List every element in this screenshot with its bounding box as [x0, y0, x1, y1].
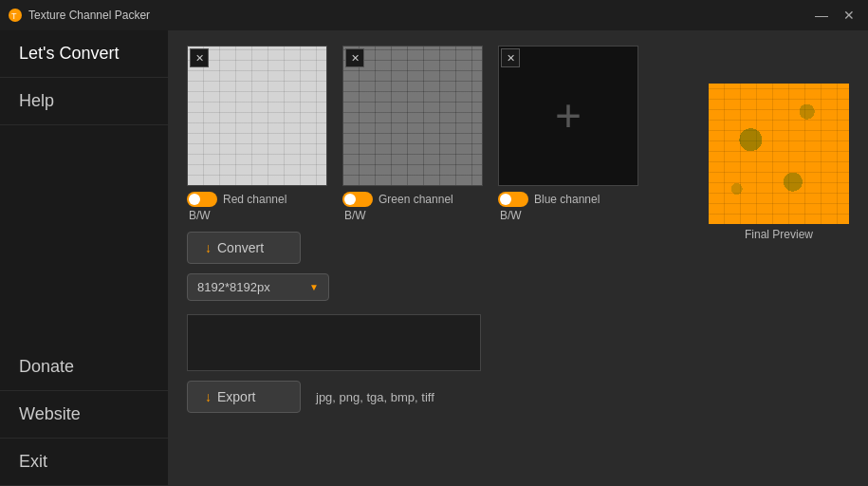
- size-dropdown[interactable]: 8192*8192px ▼: [187, 273, 329, 301]
- green-channel-close-button[interactable]: ✕: [345, 48, 364, 67]
- size-value: 8192*8192px: [197, 280, 270, 294]
- blue-channel-row: Blue channel: [498, 192, 600, 207]
- app-title: Texture Channel Packer: [28, 9, 150, 22]
- sidebar-item-help[interactable]: Help: [0, 78, 168, 125]
- progress-area: [187, 314, 481, 371]
- blue-channel-panel: ✕ + Blue channel B/W: [498, 46, 638, 222]
- green-channel-toggle-knob: [344, 194, 356, 205]
- export-arrow-icon: ↓: [205, 389, 212, 404]
- red-channel-texture-box[interactable]: ✕: [187, 46, 327, 186]
- export-section: ↓ Export jpg, png, tga, bmp, tiff: [187, 381, 849, 413]
- orange-texture: [709, 84, 849, 224]
- blue-channel-bw-label: B/W: [498, 209, 522, 222]
- minimize-button[interactable]: —: [809, 6, 834, 25]
- red-channel-label: Red channel: [223, 193, 286, 206]
- title-bar-left: T Texture Channel Packer: [8, 8, 150, 23]
- green-channel-bw-label: B/W: [342, 209, 366, 222]
- close-button[interactable]: ✕: [838, 6, 860, 25]
- size-chevron-icon: ▼: [309, 282, 319, 292]
- app-icon: T: [8, 8, 23, 23]
- blue-channel-close-button[interactable]: ✕: [501, 48, 520, 67]
- green-channel-toggle[interactable]: [342, 192, 373, 207]
- red-channel-close-button[interactable]: ✕: [190, 48, 209, 67]
- green-channel-label: Green channel: [379, 193, 453, 206]
- red-channel-bw-label: B/W: [187, 209, 211, 222]
- convert-button-label: Convert: [217, 240, 264, 255]
- export-button-label: Export: [217, 389, 255, 404]
- blue-channel-label: Blue channel: [534, 193, 600, 206]
- svg-text:T: T: [11, 11, 17, 21]
- final-preview-image: [709, 84, 849, 224]
- title-bar: T Texture Channel Packer — ✕: [0, 0, 868, 30]
- final-preview-label: Final Preview: [709, 228, 849, 241]
- sidebar: Let's Convert Help Donate Website Exit: [0, 30, 168, 486]
- green-channel-texture-box[interactable]: ✕: [342, 46, 483, 186]
- red-channel-row: Red channel: [187, 192, 286, 207]
- final-preview-box: Final Preview: [709, 84, 849, 224]
- red-channel-toggle[interactable]: [187, 192, 217, 207]
- sidebar-item-exit[interactable]: Exit: [0, 439, 168, 486]
- title-bar-controls: — ✕: [809, 6, 860, 25]
- green-channel-row: Green channel: [342, 192, 453, 207]
- red-channel-toggle-knob: [189, 194, 200, 205]
- convert-section: ↓ Convert 8192*8192px ▼: [187, 232, 849, 371]
- blue-channel-toggle[interactable]: [498, 192, 528, 207]
- sidebar-item-lets-convert[interactable]: Let's Convert: [0, 30, 168, 78]
- blue-channel-texture-box[interactable]: ✕ +: [498, 46, 638, 186]
- green-channel-panel: ✕ Green channel B/W: [342, 46, 483, 222]
- add-blue-channel-icon: +: [555, 93, 582, 139]
- export-button[interactable]: ↓ Export: [187, 381, 301, 413]
- red-channel-panel: ✕ Red channel B/W: [187, 46, 327, 222]
- content-area: ✕ Red channel B/W ✕: [168, 30, 868, 486]
- convert-arrow-icon: ↓: [205, 240, 212, 255]
- convert-button[interactable]: ↓ Convert: [187, 232, 301, 264]
- sidebar-spacer: [0, 125, 168, 344]
- export-formats-label: jpg, png, tga, bmp, tiff: [316, 390, 434, 404]
- sidebar-item-donate[interactable]: Donate: [0, 344, 168, 391]
- main-layout: Let's Convert Help Donate Website Exit ✕: [0, 30, 868, 486]
- blue-channel-toggle-knob: [500, 194, 511, 205]
- sidebar-item-website[interactable]: Website: [0, 391, 168, 439]
